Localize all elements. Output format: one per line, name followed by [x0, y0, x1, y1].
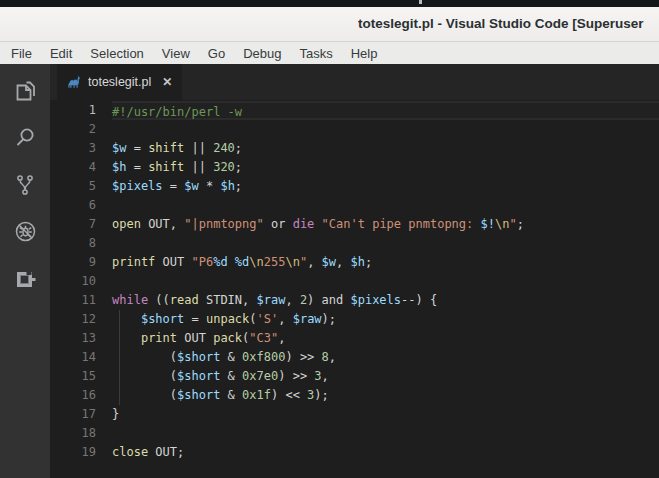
code-line-9[interactable]: 9printf OUT "P6%d %d\n255\n", $w, $h;	[50, 253, 659, 272]
code-line-4[interactable]: 4$h = shift || 320;	[50, 158, 659, 177]
code-line-text: print OUT pack("C3",	[112, 329, 659, 348]
extensions-icon[interactable]	[0, 255, 50, 302]
code-line-text: printf OUT "P6%d %d\n255\n", $w, $h;	[112, 253, 659, 272]
line-number: 10	[50, 272, 112, 291]
tab-toteslegit[interactable]: toteslegit.pl ✕	[57, 64, 182, 100]
code-line-text: open OUT, "|pnmtopng" or die "Can't pipe…	[112, 215, 659, 234]
menu-item-debug[interactable]: Debug	[234, 44, 290, 63]
menu-item-selection[interactable]: Selection	[81, 44, 152, 63]
editor[interactable]: 1#!/usr/bin/perl -w23$w = shift || 240;4…	[50, 100, 659, 478]
code-line-16[interactable]: 16 ($short & 0x1f) << 3);	[50, 386, 659, 405]
line-number: 17	[50, 405, 112, 424]
code-line-12[interactable]: 12 $short = unpack('S', $raw);	[50, 310, 659, 329]
vscode-workbench: toteslegit.pl ✕ 1#!/usr/bin/perl -w23$w …	[0, 64, 659, 478]
code-line-text: }	[112, 405, 659, 424]
code-line-11[interactable]: 11while ((read STDIN, $raw, 2) and $pixe…	[50, 291, 659, 310]
perl-camel-icon	[67, 75, 82, 90]
code-line-10[interactable]: 10	[50, 272, 659, 291]
line-number: 19	[50, 443, 112, 462]
code-line-15[interactable]: 15 ($short & 0x7e0) >> 3,	[50, 367, 659, 386]
line-number: 11	[50, 291, 112, 310]
code-line-text: #!/usr/bin/perl -w	[112, 101, 659, 120]
line-number: 18	[50, 424, 112, 443]
line-number: 14	[50, 348, 112, 367]
line-number: 12	[50, 310, 112, 329]
code-line-7[interactable]: 7open OUT, "|pnmtopng" or die "Can't pip…	[50, 215, 659, 234]
explorer-icon[interactable]	[0, 67, 50, 114]
debug-icon[interactable]	[0, 208, 50, 255]
line-number: 9	[50, 253, 112, 272]
title-bar[interactable]: toteslegit.pl - Visual Studio Code [Supe…	[0, 7, 659, 42]
code-line-text: $pixels = $w * $h;	[112, 177, 659, 196]
source-control-icon[interactable]	[0, 161, 50, 208]
code-line-2[interactable]: 2	[50, 120, 659, 139]
code-line-14[interactable]: 14 ($short & 0xf800) >> 8,	[50, 348, 659, 367]
activity-bar	[0, 64, 50, 478]
code-line-text	[112, 196, 659, 215]
code-line-6[interactable]: 6	[50, 196, 659, 215]
line-number: 6	[50, 196, 112, 215]
editor-group: toteslegit.pl ✕ 1#!/usr/bin/perl -w23$w …	[50, 64, 659, 478]
code-line-1[interactable]: 1#!/usr/bin/perl -w	[50, 101, 659, 120]
code-line-text: ($short & 0x1f) << 3);	[112, 386, 659, 405]
code-line-5[interactable]: 5$pixels = $w * $h;	[50, 177, 659, 196]
close-icon[interactable]: ✕	[162, 76, 172, 88]
code-line-text: while ((read STDIN, $raw, 2) and $pixels…	[112, 291, 659, 310]
code-line-text	[112, 272, 659, 291]
code-line-8[interactable]: 8	[50, 234, 659, 253]
line-number: 3	[50, 139, 112, 158]
line-number: 16	[50, 386, 112, 405]
line-number: 5	[50, 177, 112, 196]
code-line-18[interactable]: 18	[50, 424, 659, 443]
code-line-text: close OUT;	[112, 443, 659, 462]
line-number: 8	[50, 234, 112, 253]
line-number: 1	[50, 101, 112, 120]
code-line-text: ($short & 0xf800) >> 8,	[112, 348, 659, 367]
menu-item-go[interactable]: Go	[199, 44, 234, 63]
code-line-text	[112, 234, 659, 253]
menu-item-edit[interactable]: Edit	[41, 44, 81, 63]
code-line-text	[112, 424, 659, 443]
tab-bar: toteslegit.pl ✕	[50, 64, 659, 100]
menu-item-help[interactable]: Help	[342, 44, 387, 63]
line-number: 7	[50, 215, 112, 234]
top-strip-notch	[419, 0, 422, 4]
line-number: 13	[50, 329, 112, 348]
desktop-top-strip	[0, 0, 659, 7]
search-icon[interactable]	[0, 114, 50, 161]
line-number: 15	[50, 367, 112, 386]
code-line-text	[112, 120, 659, 139]
menu-item-file[interactable]: File	[2, 44, 41, 63]
code-line-text: $short = unpack('S', $raw);	[112, 310, 659, 329]
line-number: 2	[50, 120, 112, 139]
code-line-text: ($short & 0x7e0) >> 3,	[112, 367, 659, 386]
line-number: 4	[50, 158, 112, 177]
window-title: toteslegit.pl - Visual Studio Code [Supe…	[358, 7, 644, 41]
menu-item-tasks[interactable]: Tasks	[290, 44, 341, 63]
menu-bar: FileEditSelectionViewGoDebugTasksHelp	[0, 42, 659, 64]
code-line-17[interactable]: 17}	[50, 405, 659, 424]
code-line-text: $h = shift || 320;	[112, 158, 659, 177]
code-line-19[interactable]: 19close OUT;	[50, 443, 659, 462]
code-line-13[interactable]: 13 print OUT pack("C3",	[50, 329, 659, 348]
tab-label: toteslegit.pl	[88, 75, 151, 89]
code-line-3[interactable]: 3$w = shift || 240;	[50, 139, 659, 158]
code-line-text: $w = shift || 240;	[112, 139, 659, 158]
menu-item-view[interactable]: View	[153, 44, 199, 63]
